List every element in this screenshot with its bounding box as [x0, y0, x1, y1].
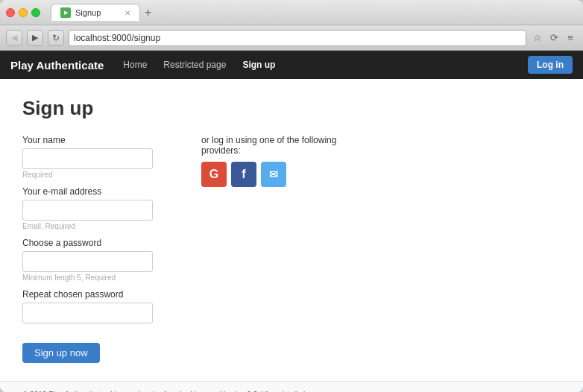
- nav-home[interactable]: Home: [116, 54, 154, 76]
- bookmark-icon[interactable]: ☆: [531, 31, 544, 45]
- email-hint: Email, Required: [22, 222, 171, 230]
- repeat-password-group: Repeat chosen password: [22, 289, 171, 323]
- name-input[interactable]: [22, 148, 153, 169]
- navbar-links: Home Restricted page Sign up: [116, 54, 528, 76]
- social-login-section: or log in using one of the following pro…: [201, 135, 561, 363]
- main-content: Sign up Your name Required Your e-mail a…: [0, 79, 583, 381]
- form-left: Your name Required Your e-mail address E…: [22, 135, 171, 363]
- facebook-provider-button[interactable]: f: [231, 162, 256, 187]
- tab-close-icon[interactable]: ✕: [125, 9, 130, 17]
- password-group: Choose a password Minimum length 5, Requ…: [22, 238, 171, 282]
- tab-favicon: [60, 7, 71, 18]
- navbar-brand[interactable]: Play Authenticate: [10, 59, 104, 72]
- repeat-password-input[interactable]: [22, 303, 153, 323]
- form-section: Your name Required Your e-mail address E…: [22, 135, 561, 363]
- navbar: Play Authenticate Home Restricted page S…: [0, 51, 583, 79]
- navbar-right: Log in: [528, 56, 573, 74]
- google-icon: G: [209, 168, 218, 181]
- new-tab-button[interactable]: +: [140, 6, 156, 19]
- email-label: Your e-mail address: [22, 186, 171, 197]
- page-title: Sign up: [22, 97, 561, 120]
- signup-button[interactable]: Sign up now: [22, 343, 100, 363]
- twitter-provider-button[interactable]: ✉: [261, 162, 286, 187]
- facebook-icon: f: [242, 168, 245, 181]
- password-label: Choose a password: [22, 238, 171, 248]
- password-input[interactable]: [22, 251, 153, 272]
- repeat-password-label: Repeat chosen password: [22, 289, 171, 300]
- browser-toolbar: ◀ ▶ ↻ localhost:9000/signup ☆ ⟳ ≡: [0, 25, 583, 51]
- toolbar-right: ☆ ⟳ ≡: [531, 31, 577, 45]
- refresh-icon[interactable]: ⟳: [547, 31, 561, 45]
- address-bar[interactable]: localhost:9000/signup: [69, 30, 526, 46]
- name-group: Your name Required: [22, 135, 171, 179]
- tab-bar: Signup ✕ +: [51, 4, 577, 21]
- menu-icon[interactable]: ≡: [564, 31, 577, 45]
- provider-icons: G f ✉: [201, 162, 561, 187]
- maximize-button[interactable]: [31, 8, 40, 17]
- twitter-icon: ✉: [269, 168, 278, 180]
- active-tab[interactable]: Signup ✕: [51, 4, 140, 21]
- forward-button[interactable]: ▶: [27, 30, 43, 46]
- nav-restricted[interactable]: Restricted page: [156, 54, 233, 76]
- minimize-button[interactable]: [19, 8, 28, 17]
- email-input[interactable]: [22, 200, 153, 221]
- login-button[interactable]: Log in: [528, 56, 573, 74]
- tab-title: Signup: [75, 8, 101, 17]
- browser-titlebar: Signup ✕ +: [0, 0, 583, 25]
- browser-window: Signup ✕ + ◀ ▶ ↻ localhost:9000/signup ☆…: [0, 0, 583, 392]
- back-button[interactable]: ◀: [6, 30, 22, 46]
- social-heading: or log in using one of the following pro…: [201, 135, 561, 156]
- footer: © 2012 Play Authenticate. Licensed under…: [0, 381, 583, 392]
- name-hint: Required: [22, 171, 171, 179]
- password-hint: Minimum length 5, Required: [22, 274, 171, 282]
- name-label: Your name: [22, 135, 171, 145]
- email-group: Your e-mail address Email, Required: [22, 186, 171, 230]
- close-button[interactable]: [6, 8, 15, 17]
- traffic-lights: [6, 8, 40, 17]
- google-provider-button[interactable]: G: [201, 162, 227, 187]
- url-text: localhost:9000/signup: [74, 33, 160, 43]
- nav-signup[interactable]: Sign up: [235, 54, 283, 76]
- refresh-button[interactable]: ↻: [48, 30, 64, 46]
- page-content: Play Authenticate Home Restricted page S…: [0, 51, 583, 392]
